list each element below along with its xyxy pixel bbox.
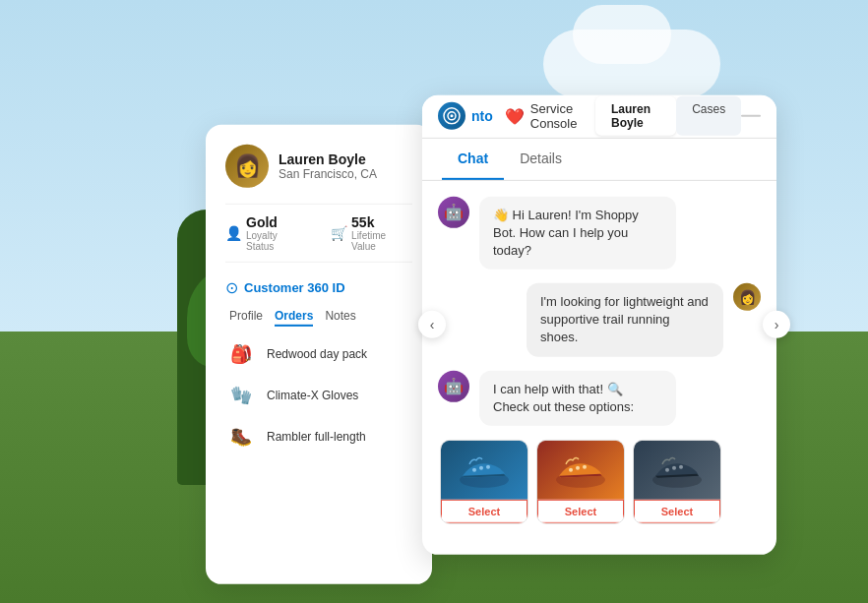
product-select-btn-2[interactable]: Select	[537, 500, 624, 523]
message-bubble-user: I'm looking for lightweight and supporti…	[527, 283, 723, 357]
svg-point-12	[665, 467, 669, 471]
service-console-label: Service Console	[530, 101, 584, 131]
lifetime-block: 55k Lifetime Value	[351, 213, 412, 251]
user-avatar-small: 👩	[733, 283, 761, 311]
nto-logo-text: nto	[471, 108, 493, 124]
customer-id-section: ⊙ Customer 360 ID	[225, 277, 412, 296]
message-row-1: 🤖 👋 Hi Lauren! I'm Shoppy Bot. How can I…	[438, 196, 761, 270]
customer-info: Lauren Boyle San Francisco, CA	[279, 151, 377, 180]
svg-point-14	[679, 464, 683, 468]
loyalty-icon: 👤	[225, 224, 242, 240]
order-item-2: 🧤 Climate-X Gloves	[225, 379, 412, 410]
svg-point-9	[576, 465, 580, 469]
next-arrow[interactable]: ›	[763, 311, 790, 338]
order-image-3: 🥾	[225, 420, 257, 452]
chat-tab-details[interactable]: Details	[504, 138, 578, 179]
customer-stats: 👤 Gold Loyalty Status 🛒 55k Lifetime Val…	[225, 203, 412, 262]
product-image-2	[537, 441, 624, 500]
loyalty-value: Gold	[246, 213, 307, 229]
customer-avatar: 👩	[225, 144, 269, 187]
lifetime-stat: 🛒 55k Lifetime Value	[331, 213, 412, 251]
loyalty-stat: 👤 Gold Loyalty Status	[225, 213, 307, 251]
cloud	[543, 30, 720, 98]
tab-notes[interactable]: Notes	[325, 308, 355, 326]
customer-card: 👩 Lauren Boyle San Francisco, CA 👤 Gold …	[206, 124, 432, 583]
product-select-btn-3[interactable]: Select	[634, 500, 720, 523]
product-image-3	[634, 441, 720, 500]
heart-icon: ❤️	[505, 106, 525, 125]
message-row-2: 🤖 I can help with that! 🔍 Check out thes…	[438, 370, 761, 425]
order-item-1: 🎒 Redwood day pack	[225, 337, 412, 369]
bot-avatar-2: 🤖	[438, 370, 469, 401]
customer360-icon: ⊙	[225, 277, 238, 296]
order-name-1: Redwood day pack	[267, 346, 367, 360]
svg-point-10	[583, 464, 587, 468]
products-row: Select	[438, 440, 761, 524]
service-console-badge: ❤️ Service Console	[505, 101, 584, 131]
svg-point-5	[479, 465, 483, 469]
loyalty-block: Gold Loyalty Status	[246, 213, 307, 251]
prev-arrow[interactable]: ‹	[418, 311, 446, 338]
customer-header: 👩 Lauren Boyle San Francisco, CA	[225, 144, 412, 187]
customer-id-row: ⊙ Customer 360 ID	[225, 277, 412, 296]
product-card-2: Select	[536, 440, 625, 524]
customer360-label: Customer 360 ID	[244, 279, 345, 294]
message-bubble-1: 👋 Hi Lauren! I'm Shoppy Bot. How can I h…	[479, 196, 676, 270]
top-tabs: Lauren Boyle Cases	[595, 96, 761, 136]
tab-divider	[741, 115, 761, 117]
tab-cases[interactable]: Cases	[676, 96, 741, 136]
console-wrapper: ‹ nto ❤️ Service Console	[432, 94, 776, 554]
bot-avatar-1: 🤖	[438, 196, 469, 227]
product-select-btn-1[interactable]: Select	[441, 500, 527, 523]
message-bubble-2: I can help with that! 🔍 Check out these …	[479, 370, 676, 425]
chat-tab-chat[interactable]: Chat	[442, 138, 504, 179]
loyalty-label: Loyalty Status	[246, 229, 307, 251]
tab-profile[interactable]: Profile	[229, 308, 263, 326]
main-container: 👩 Lauren Boyle San Francisco, CA 👤 Gold …	[206, 94, 776, 554]
product-card-3: Select	[633, 440, 721, 524]
chat-body: 🤖 👋 Hi Lauren! I'm Shoppy Bot. How can I…	[422, 180, 776, 554]
product-image-1	[441, 441, 527, 500]
svg-point-2	[451, 114, 454, 117]
product-card-1: Select	[440, 440, 528, 524]
order-name-3: Rambler full-length	[267, 429, 366, 443]
message-row-user: 👩 I'm looking for lightweight and suppor…	[438, 283, 761, 357]
order-image-2: 🧤	[225, 379, 257, 410]
svg-point-4	[472, 467, 476, 471]
customer-nav-tabs: Profile Orders Notes	[225, 308, 412, 326]
nto-logo: nto	[438, 102, 493, 130]
tab-orders[interactable]: Orders	[275, 308, 313, 326]
order-list: 🎒 Redwood day pack 🧤 Climate-X Gloves 🥾 …	[225, 337, 412, 452]
nto-logo-icon	[438, 102, 465, 130]
svg-point-6	[486, 464, 490, 468]
order-name-2: Climate-X Gloves	[267, 388, 358, 401]
tab-lauren-boyle[interactable]: Lauren Boyle	[595, 96, 676, 136]
chat-tabs: Chat Details	[422, 138, 776, 180]
order-image-1: 🎒	[225, 337, 257, 369]
cart-icon: 🛒	[331, 224, 347, 240]
lifetime-label: Lifetime Value	[351, 229, 412, 251]
customer-name: Lauren Boyle	[279, 151, 377, 166]
chat-console: nto ❤️ Service Console Lauren Boyle Case…	[422, 94, 776, 554]
console-topbar: nto ❤️ Service Console Lauren Boyle Case…	[422, 94, 776, 138]
customer-location: San Francisco, CA	[279, 166, 377, 180]
lifetime-value: 55k	[351, 213, 412, 229]
svg-point-8	[569, 467, 573, 471]
svg-point-13	[672, 465, 676, 469]
order-item-3: 🥾 Rambler full-length	[225, 420, 412, 452]
